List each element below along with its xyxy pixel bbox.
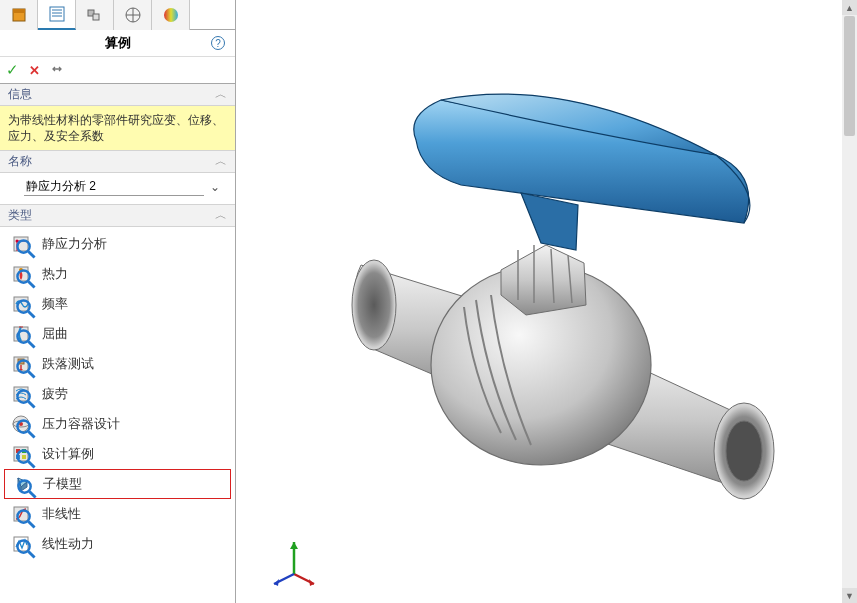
buckling-icon: [10, 323, 32, 345]
study-type-freq[interactable]: 频率: [4, 289, 231, 319]
study-type-list: 静应力分析热力频率屈曲跌落测试疲劳压力容器设计设计算例子模型非线性线性动力: [0, 227, 235, 603]
svg-line-44: [28, 462, 34, 468]
chevron-up-icon: ︿: [215, 207, 227, 224]
drop-icon: [10, 353, 32, 375]
help-icon[interactable]: ?: [211, 36, 225, 50]
study-type-label: 子模型: [43, 475, 82, 493]
svg-line-25: [28, 342, 34, 348]
section-info-header[interactable]: 信息 ︿: [0, 84, 235, 106]
study-type-label: 线性动力: [42, 535, 94, 553]
svg-point-51: [17, 541, 29, 553]
pressure-icon: [10, 413, 32, 435]
pin-button[interactable]: [50, 62, 64, 79]
svg-rect-7: [93, 14, 99, 20]
svg-marker-60: [290, 542, 298, 549]
submodel-icon: [11, 473, 33, 495]
panel-tabs: [0, 0, 235, 30]
svg-point-53: [352, 260, 396, 350]
scroll-down-arrow[interactable]: ▼: [842, 588, 857, 603]
study-type-thermal[interactable]: 热力: [4, 259, 231, 289]
svg-point-21: [17, 301, 29, 313]
svg-rect-2: [50, 7, 64, 21]
tab-feature-tree[interactable]: [0, 0, 38, 30]
section-type-header[interactable]: 类型 ︿: [0, 205, 235, 227]
study-type-label: 静应力分析: [42, 235, 107, 253]
svg-point-43: [17, 451, 29, 463]
thermal-icon: [10, 263, 32, 285]
study-type-pressure[interactable]: 压力容器设计: [4, 409, 231, 439]
study-type-fatigue[interactable]: 疲劳: [4, 379, 231, 409]
chevron-up-icon: ︿: [215, 86, 227, 103]
study-type-buckling[interactable]: 屈曲: [4, 319, 231, 349]
svg-line-15: [28, 252, 34, 258]
svg-point-24: [17, 331, 29, 343]
tab-property-manager[interactable]: [38, 0, 76, 30]
study-type-label: 非线性: [42, 505, 81, 523]
study-type-nonlinear[interactable]: 非线性: [4, 499, 231, 529]
section-type-label: 类型: [8, 207, 32, 224]
svg-line-32: [28, 402, 34, 408]
caret-down-icon[interactable]: ⌄: [210, 180, 220, 194]
chevron-up-icon: ︿: [215, 153, 227, 170]
info-body: 为带线性材料的零部件研究应变、位移、应力、及安全系数: [0, 106, 235, 151]
svg-line-49: [28, 522, 34, 528]
svg-point-48: [17, 511, 29, 523]
command-row: ✓ ✕: [0, 56, 235, 84]
svg-line-19: [28, 282, 34, 288]
study-type-lineardyn[interactable]: 线性动力: [4, 529, 231, 559]
ball-valve-model[interactable]: [286, 45, 846, 568]
svg-line-46: [29, 492, 35, 498]
section-name-label: 名称: [8, 153, 32, 170]
svg-point-45: [18, 481, 30, 493]
study-type-drop[interactable]: 跌落测试: [4, 349, 231, 379]
svg-line-52: [28, 552, 34, 558]
section-info-label: 信息: [8, 86, 32, 103]
section-name-header[interactable]: 名称 ︿: [0, 151, 235, 173]
svg-line-37: [28, 432, 34, 438]
svg-line-22: [28, 312, 34, 318]
study-type-label: 频率: [42, 295, 68, 313]
orientation-triad[interactable]: [266, 534, 322, 593]
svg-point-28: [17, 361, 29, 373]
svg-point-11: [164, 8, 178, 22]
svg-point-55: [726, 421, 762, 481]
panel-title: 算例: [105, 34, 131, 52]
study-type-label: 热力: [42, 265, 68, 283]
svg-point-36: [17, 421, 29, 433]
svg-point-31: [17, 391, 29, 403]
scroll-up-arrow[interactable]: ▲: [842, 0, 857, 15]
ok-button[interactable]: ✓: [6, 61, 19, 79]
tab-config-manager[interactable]: [76, 0, 114, 30]
design-icon: [10, 443, 32, 465]
svg-point-18: [17, 271, 29, 283]
feature-manager-sidebar: 算例 ? ✓ ✕ 信息 ︿ 为带线性材料的零部件研究应变、位移、应力、及安全系数…: [0, 0, 236, 603]
nonlinear-icon: [10, 503, 32, 525]
lineardyn-icon: [10, 533, 32, 555]
name-body: ⌄: [0, 173, 235, 205]
study-type-label: 屈曲: [42, 325, 68, 343]
svg-point-14: [17, 241, 29, 253]
svg-line-29: [28, 372, 34, 378]
study-name-input[interactable]: [24, 177, 204, 196]
freq-icon: [10, 293, 32, 315]
study-type-label: 跌落测试: [42, 355, 94, 373]
study-type-submodel[interactable]: 子模型: [4, 469, 231, 499]
vertical-scrollbar[interactable]: ▲ ▼: [842, 0, 857, 603]
study-type-label: 疲劳: [42, 385, 68, 403]
panel-title-row: 算例 ?: [0, 30, 235, 56]
tab-display-manager[interactable]: [152, 0, 190, 30]
study-type-label: 压力容器设计: [42, 415, 120, 433]
study-type-static[interactable]: 静应力分析: [4, 229, 231, 259]
fatigue-icon: [10, 383, 32, 405]
study-type-design[interactable]: 设计算例: [4, 439, 231, 469]
tab-dimxpert[interactable]: [114, 0, 152, 30]
3d-viewport[interactable]: ▲ ▼: [236, 0, 857, 603]
scroll-thumb[interactable]: [844, 16, 855, 136]
cancel-button[interactable]: ✕: [29, 63, 40, 78]
study-type-label: 设计算例: [42, 445, 94, 463]
static-icon: [10, 233, 32, 255]
svg-rect-1: [13, 9, 25, 13]
